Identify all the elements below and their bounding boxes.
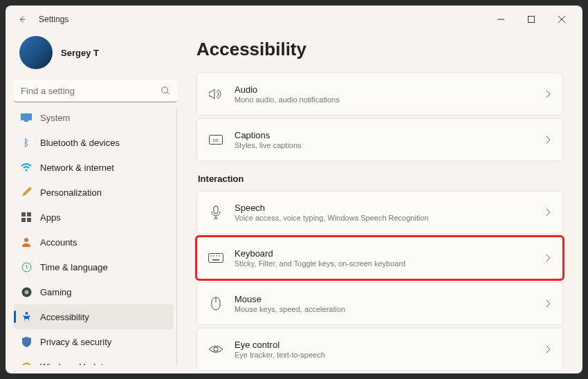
- svg-rect-22: [212, 259, 219, 261]
- svg-point-19: [213, 255, 214, 257]
- wifi-icon: [21, 162, 32, 173]
- svg-rect-8: [27, 218, 31, 222]
- gaming-icon: [21, 286, 32, 297]
- svg-point-13: [25, 312, 28, 315]
- titlebar: Settings: [6, 6, 582, 33]
- sidebar-item-label: Windows Update: [40, 362, 108, 366]
- card-title: Audio: [235, 84, 546, 95]
- close-button[interactable]: [546, 8, 577, 30]
- maximize-icon: [528, 16, 535, 23]
- accessibility-icon: [21, 311, 32, 322]
- sidebar-item-gaming[interactable]: Gaming: [14, 279, 174, 304]
- svg-point-1: [162, 87, 168, 93]
- minimize-icon: [497, 16, 504, 23]
- svg-rect-6: [27, 212, 31, 216]
- sidebar-item-time-language[interactable]: Time & language: [14, 255, 174, 279]
- svg-rect-17: [209, 254, 223, 263]
- brush-icon: [21, 187, 32, 198]
- minimize-button[interactable]: [486, 8, 516, 30]
- sidebar-item-label: Bluetooth & devices: [40, 138, 120, 148]
- svg-point-4: [26, 169, 28, 172]
- card-title: Eye control: [235, 340, 546, 350]
- audio-icon: [208, 86, 223, 102]
- profile[interactable]: Sergey T: [14, 33, 177, 80]
- chevron-right-icon: [546, 254, 551, 262]
- sidebar-item-label: Network & internet: [40, 163, 114, 173]
- svg-rect-0: [529, 17, 535, 23]
- card-sub: Voice access, voice typing, Windows Spee…: [235, 214, 546, 222]
- svg-text:cc: cc: [213, 137, 219, 143]
- card-sub: Sticky, Filter, and Toggle keys, on-scre…: [235, 259, 546, 268]
- sidebar-item-accessibility[interactable]: Accessibility: [14, 304, 174, 329]
- arrow-left-icon: [17, 15, 27, 24]
- settings-window: Settings Sergey T System ᛒ: [6, 6, 582, 373]
- sidebar-item-accounts[interactable]: Accounts: [14, 230, 174, 255]
- profile-name: Sergey T: [61, 48, 99, 58]
- sidebar-item-label: Time & language: [40, 262, 108, 272]
- card-text: Captions Styles, live captions: [235, 130, 546, 149]
- card-title: Speech: [235, 203, 546, 213]
- chevron-right-icon: [546, 345, 551, 353]
- close-icon: [558, 16, 565, 23]
- back-button[interactable]: [11, 8, 33, 30]
- card-text: Audio Mono audio, audio notifications: [235, 84, 546, 104]
- sidebar-item-apps[interactable]: Apps: [14, 205, 174, 230]
- chevron-right-icon: [546, 299, 551, 308]
- system-icon: [21, 112, 32, 123]
- page-title: Accessibility: [196, 39, 563, 60]
- sidebar-item-windows-update[interactable]: Windows Update: [14, 354, 174, 365]
- card-sub: Mouse keys, speed, acceleration: [235, 305, 546, 313]
- svg-point-9: [24, 238, 28, 242]
- microphone-icon: [208, 205, 223, 220]
- shield-icon: [21, 336, 32, 347]
- card-sub: Styles, live captions: [235, 141, 546, 149]
- body: Sergey T System ᛒ Bluetooth & devices Ne…: [6, 33, 582, 373]
- sidebar-item-label: Privacy & security: [40, 337, 111, 347]
- card-captions[interactable]: cc Captions Styles, live captions: [196, 118, 563, 161]
- search-input[interactable]: [14, 80, 177, 102]
- svg-rect-3: [24, 120, 28, 122]
- sidebar-item-label: Gaming: [40, 287, 72, 297]
- card-title: Mouse: [235, 294, 546, 304]
- card-speech[interactable]: Speech Voice access, voice typing, Windo…: [196, 191, 563, 234]
- keyboard-icon: [208, 250, 223, 266]
- person-icon: [21, 237, 32, 248]
- sidebar-item-network[interactable]: Network & internet: [14, 155, 174, 180]
- search-wrapper: [14, 80, 177, 102]
- card-mouse[interactable]: Mouse Mouse keys, speed, acceleration: [196, 282, 563, 325]
- captions-icon: cc: [208, 132, 223, 147]
- svg-rect-5: [21, 212, 26, 216]
- chevron-right-icon: [546, 90, 551, 98]
- svg-rect-2: [21, 113, 32, 120]
- nav: System ᛒ Bluetooth & devices Network & i…: [14, 109, 177, 365]
- sidebar-item-personalization[interactable]: Personalization: [14, 180, 174, 205]
- sidebar-item-label: Accessibility: [40, 312, 89, 322]
- bluetooth-icon: ᛒ: [21, 137, 32, 148]
- maximize-button[interactable]: [516, 8, 546, 30]
- eye-icon: [208, 342, 223, 357]
- sidebar-item-privacy[interactable]: Privacy & security: [14, 329, 174, 354]
- sidebar-item-label: Personalization: [40, 187, 102, 198]
- card-title: Keyboard: [235, 248, 546, 259]
- mouse-icon: [208, 296, 223, 311]
- svg-point-12: [24, 290, 28, 294]
- sidebar-item-label: Accounts: [40, 237, 77, 248]
- svg-point-21: [219, 255, 220, 257]
- window-controls: [486, 8, 577, 30]
- chevron-right-icon: [546, 208, 551, 216]
- clock-globe-icon: [21, 261, 32, 272]
- card-text: Speech Voice access, voice typing, Windo…: [235, 203, 546, 222]
- update-icon: [21, 361, 32, 365]
- sidebar-item-system[interactable]: System: [14, 109, 174, 130]
- sidebar-item-label: System: [40, 113, 70, 123]
- section-interaction: Interaction: [198, 174, 563, 184]
- card-keyboard[interactable]: Keyboard Sticky, Filter, and Toggle keys…: [196, 237, 563, 279]
- sidebar-item-bluetooth[interactable]: ᛒ Bluetooth & devices: [14, 130, 174, 155]
- card-title: Captions: [235, 130, 546, 140]
- window-title: Settings: [39, 15, 68, 24]
- card-eye-control[interactable]: Eye control Eye tracker, text-to-speech: [196, 328, 563, 371]
- card-text: Eye control Eye tracker, text-to-speech: [235, 340, 546, 359]
- card-audio[interactable]: Audio Mono audio, audio notifications: [196, 73, 563, 115]
- search-icon: [160, 86, 170, 95]
- apps-icon: [21, 212, 32, 223]
